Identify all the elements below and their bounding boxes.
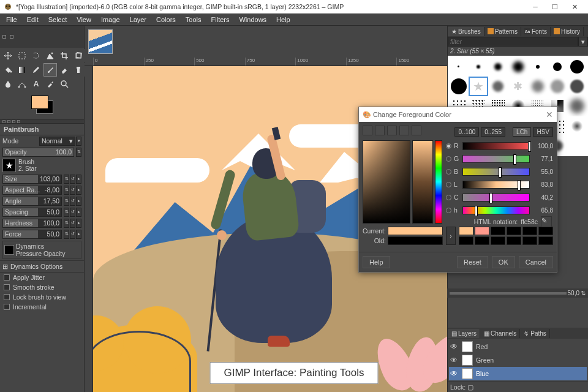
brush-item[interactable] (568, 77, 587, 96)
option-slider-Force[interactable]: Force50,0 (2, 230, 62, 239)
brush-item[interactable] (548, 57, 567, 76)
option-reset[interactable]: ↺ (70, 175, 75, 184)
tool-fuzzy-select[interactable] (43, 49, 57, 62)
option-reset[interactable]: ↺ (70, 230, 75, 239)
dynamics-preview[interactable] (4, 245, 14, 255)
eye-icon[interactable]: 👁 (450, 369, 459, 378)
reset-button[interactable]: Reset (457, 256, 488, 268)
option-spinner[interactable]: ⇅ (64, 219, 69, 228)
option-reset[interactable]: ↺ (70, 208, 75, 217)
channel-slider-L[interactable] (462, 181, 530, 189)
menu-view[interactable]: View (72, 15, 96, 24)
tool-move[interactable] (1, 49, 15, 62)
zoom-slider[interactable]: 50,0⇅ (447, 288, 588, 298)
tool-bucket[interactable] (1, 63, 15, 77)
channel-row-red[interactable]: 👁Red (449, 340, 587, 353)
option-reset[interactable]: ↺ (70, 197, 75, 206)
menu-help[interactable]: Help (271, 15, 295, 24)
tool-clone[interactable] (72, 63, 85, 77)
channel-slider-h[interactable] (462, 206, 530, 214)
foreground-color-swatch[interactable] (31, 96, 48, 109)
menu-filters[interactable]: Filters (206, 15, 235, 24)
tab-channels[interactable]: ▦Channels (480, 329, 520, 338)
menu-tools[interactable]: Tools (181, 15, 206, 24)
option-menu[interactable]: ▸ (76, 230, 81, 239)
brush-item[interactable] (449, 57, 468, 76)
option-reset[interactable]: ↺ (70, 186, 75, 195)
help-button[interactable]: Help (363, 256, 390, 268)
tool-rect-select[interactable] (15, 49, 29, 62)
color-field[interactable] (363, 140, 410, 224)
brush-item-star[interactable]: ★ (469, 77, 488, 96)
history-swatch[interactable] (507, 227, 521, 235)
option-slider-Size[interactable]: Size103,00 (2, 175, 62, 184)
tool-gradient[interactable] (15, 63, 29, 77)
history-swatch[interactable] (491, 236, 505, 245)
color-tab-palette[interactable] (412, 126, 421, 135)
brush-item[interactable] (489, 57, 508, 76)
brush-item[interactable] (568, 97, 587, 116)
option-spinner[interactable]: ⇅ (64, 186, 69, 195)
opacity-spinner[interactable]: ⇅ (76, 148, 81, 157)
channel-radio-h[interactable] (446, 208, 451, 213)
brush-item[interactable] (528, 77, 547, 96)
swatch-add-button[interactable]: › (446, 227, 456, 245)
document-thumbnail[interactable] (88, 29, 113, 54)
option-menu[interactable]: ▸ (76, 219, 81, 228)
option-slider-Aspect Ra...[interactable]: Aspect Ra...-8,00 (2, 186, 62, 195)
option-spinner[interactable]: ⇅ (64, 175, 69, 184)
mode-select[interactable]: Normal▾ (39, 137, 75, 146)
check-lock brush to view[interactable]: Lock brush to view (0, 292, 84, 302)
history-swatch[interactable] (538, 227, 553, 235)
tool-eraser[interactable] (58, 63, 71, 77)
brush-item[interactable] (548, 77, 567, 96)
option-spinner[interactable]: ⇅ (64, 230, 69, 239)
menu-image[interactable]: Image (96, 15, 125, 24)
eye-icon[interactable]: 👁 (450, 356, 459, 364)
channel-slider-G[interactable] (462, 155, 530, 163)
color-tab-water[interactable] (387, 126, 397, 135)
range-0-255[interactable]: 0..255 (481, 127, 505, 137)
brush-item[interactable] (568, 57, 587, 76)
mode-menu-button[interactable]: ▾ (76, 137, 81, 146)
cancel-button[interactable]: Cancel (519, 256, 553, 268)
color-tab-cmyk[interactable] (375, 126, 385, 135)
brush-item[interactable] (528, 57, 547, 76)
channel-radio-C[interactable] (446, 195, 451, 200)
brush-item[interactable] (469, 57, 488, 76)
channel-slider-C[interactable] (462, 194, 530, 202)
brush-item[interactable] (568, 136, 587, 155)
ok-button[interactable]: OK (492, 256, 515, 268)
channel-radio-G[interactable] (446, 156, 451, 162)
brush-filter-input[interactable] (448, 37, 578, 47)
channel-slider-R[interactable] (462, 142, 530, 150)
color-tab-gimp[interactable] (363, 126, 372, 135)
check-incremental[interactable]: Incremental (0, 302, 84, 312)
history-swatch[interactable] (475, 227, 489, 235)
minimize-button[interactable]: ─ (526, 0, 545, 13)
lock-icon[interactable]: ▢ (467, 383, 473, 391)
tab-patterns[interactable]: Patterns (484, 27, 521, 36)
option-menu[interactable]: ▸ (76, 186, 81, 195)
channel-row-green[interactable]: 👁Green (449, 353, 587, 367)
color-field-2[interactable] (412, 140, 433, 224)
menu-edit[interactable]: Edit (22, 15, 43, 24)
history-swatch[interactable] (538, 236, 553, 245)
tool-free-select[interactable] (29, 49, 43, 62)
menu-windows[interactable]: Windows (234, 15, 271, 24)
check-apply jitter[interactable]: Apply Jitter (0, 273, 84, 282)
color-tab-wheel[interactable] (399, 126, 409, 135)
channel-row-blue[interactable]: 👁Blue (449, 367, 587, 380)
dialog-titlebar[interactable]: 🎨 Change Foreground Color ✕ (359, 107, 557, 122)
maximize-button[interactable]: ☐ (545, 0, 565, 13)
tab-brushes[interactable]: ★Brushes (448, 27, 484, 36)
option-slider-Hardness[interactable]: Hardness100,0 (2, 219, 62, 228)
history-swatch[interactable] (522, 227, 537, 235)
tool-paintbrush[interactable] (43, 63, 57, 77)
eye-icon[interactable]: 👁 (450, 342, 459, 351)
history-swatch[interactable] (459, 227, 473, 235)
tool-rotate[interactable] (72, 49, 85, 62)
option-menu[interactable]: ▸ (76, 175, 81, 184)
option-spinner[interactable]: ⇅ (64, 197, 69, 206)
brush-item[interactable] (489, 77, 508, 96)
